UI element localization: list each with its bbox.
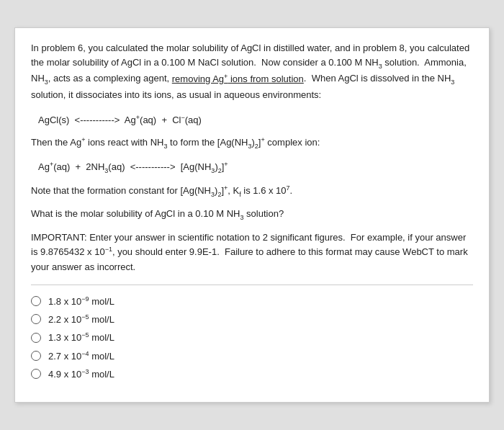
- option-2-label: 2.2 x 10−5 mol/L: [48, 313, 114, 325]
- radio-4[interactable]: [31, 351, 41, 361]
- option-5[interactable]: 4.9 x 10−3 mol/L: [31, 368, 473, 380]
- equation2-block: Ag+(aq) + 2NH3(aq) <-----------> [Ag(NH3…: [38, 159, 473, 176]
- option-1-label: 1.8 x 10−9 mol/L: [48, 295, 114, 307]
- question-card: In problem 6, you calculated the molar s…: [14, 27, 490, 403]
- then-text: Then the Ag+ ions react with NH3 to form…: [31, 135, 473, 152]
- radio-1[interactable]: [31, 296, 41, 306]
- note-text: Note that the formation constant for [Ag…: [31, 184, 473, 200]
- equation1-block: AgCl(s) <-----------> Ag+(aq) + Cl−(aq): [38, 112, 473, 128]
- option-2[interactable]: 2.2 x 10−5 mol/L: [31, 313, 473, 325]
- radio-3[interactable]: [31, 333, 41, 343]
- divider: [31, 285, 473, 285]
- options-list: 1.8 x 10−9 mol/L 2.2 x 10−5 mol/L 1.3 x …: [31, 295, 473, 380]
- option-1[interactable]: 1.8 x 10−9 mol/L: [31, 295, 473, 307]
- option-5-label: 4.9 x 10−3 mol/L: [48, 368, 114, 380]
- intro-text: In problem 6, you calculated the molar s…: [31, 41, 473, 103]
- option-4[interactable]: 2.7 x 10−4 mol/L: [31, 350, 473, 362]
- important-text: IMPORTANT: Enter your answer in scientif…: [31, 230, 473, 274]
- option-3[interactable]: 1.3 x 10−5 mol/L: [31, 331, 473, 343]
- option-3-label: 1.3 x 10−5 mol/L: [48, 331, 114, 343]
- option-4-label: 2.7 x 10−4 mol/L: [48, 350, 114, 362]
- radio-2[interactable]: [31, 314, 41, 324]
- radio-5[interactable]: [31, 369, 41, 379]
- question-text: What is the molar solubility of AgCl in …: [31, 207, 473, 223]
